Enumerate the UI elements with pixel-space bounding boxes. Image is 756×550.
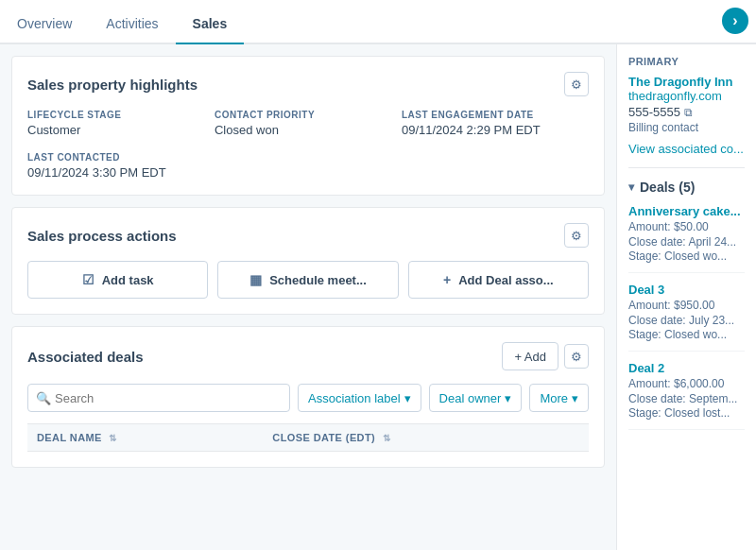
tab-bar: Overview Activities Sales › [0,0,756,44]
add-deal-button[interactable]: + Add Deal asso... [408,261,589,299]
sales-actions-card: Sales process actions ⚙ ☑ Add task ▦ Sch… [11,207,605,315]
more-filter[interactable]: More ▾ [529,384,589,412]
add-task-button[interactable]: ☑ Add task [27,261,208,299]
collapse-icon: ▾ [628,180,634,194]
company-name[interactable]: The Dragonfly Inn [628,75,745,89]
right-panel: Primary The Dragonfly Inn thedragonfly.c… [616,44,756,550]
deal-2-name[interactable]: Deal 3 [628,283,745,297]
deal-1-amount: Amount: $50.00 [628,220,745,233]
company-phone: 555-5555 ⧉ [628,105,745,119]
deal-item-2: Deal 3 Amount: $950.00 Close date: July … [628,283,745,352]
deals-section-toggle[interactable]: ▾ Deals (5) [628,180,695,195]
company-url[interactable]: thedragonfly.com [628,89,745,103]
view-associated-link[interactable]: View associated co... [628,142,745,156]
deal-3-name[interactable]: Deal 2 [628,361,745,375]
contact-priority-label: CONTACT PRIORITY [215,110,392,120]
search-input[interactable] [55,391,282,405]
deal-2-amount: Amount: $950.00 [628,299,745,312]
association-label-text: Association label [308,391,401,405]
more-filter-text: More [540,391,568,405]
actions-gear-button[interactable]: ⚙ [564,223,589,248]
main-layout: Sales property highlights ⚙ LIFECYCLE ST… [0,44,756,550]
deal-owner-text: Deal owner [439,391,502,405]
associated-deals-card: Associated deals + Add ⚙ 🔍 Association l… [11,326,605,468]
calendar-icon: ▦ [249,272,262,287]
copy-icon[interactable]: ⧉ [684,106,693,119]
card-header: Sales property highlights ⚙ [27,72,589,96]
deal-1-stage: Stage: Closed wo... [628,249,745,263]
left-panel: Sales property highlights ⚙ LIFECYCLE ST… [0,44,616,550]
corner-icon: › [722,8,748,34]
sales-actions-title: Sales process actions [27,228,177,244]
close-date-column-header[interactable]: CLOSE DATE (EDT) ⇅ [263,424,589,452]
deals-list: Anniversary cake... Amount: $50.00 Close… [628,204,745,430]
phone-number: 555-5555 [628,105,680,119]
deals-table: DEAL NAME ⇅ CLOSE DATE (EDT) ⇅ [27,423,589,452]
deal-owner-filter[interactable]: Deal owner ▾ [429,384,523,412]
lifecycle-stage-label: LIFECYCLE STAGE [27,110,205,120]
deal-2-close-date: Close date: July 23... [628,314,745,327]
deal-3-stage: Stage: Closed lost... [628,406,745,420]
deals-section-title-text: Deals (5) [640,180,695,195]
add-deal-association-button[interactable]: + Add [502,342,558,370]
last-contacted-value: 09/11/2024 3:30 PM EDT [27,165,205,180]
schedule-meeting-label: Schedule meet... [269,273,367,287]
section-divider [628,167,745,168]
property-grid: LIFECYCLE STAGE Customer CONTACT PRIORIT… [27,110,589,180]
associated-deals-title: Associated deals [27,349,144,365]
association-label-filter[interactable]: Association label ▾ [298,384,421,412]
deal-3-close-date: Close date: Septem... [628,392,745,405]
actions-card-header: Sales process actions ⚙ [27,223,589,248]
deals-card-header: Associated deals + Add ⚙ [27,342,589,370]
deal-3-amount: Amount: $6,000.00 [628,377,745,390]
schedule-meeting-button[interactable]: ▦ Schedule meet... [217,261,398,299]
lifecycle-stage-value: Customer [27,123,205,137]
last-contacted-label: LAST CONTACTED [27,152,205,163]
add-deal-label: Add Deal asso... [458,273,553,287]
property-lifecycle-stage: LIFECYCLE STAGE Customer [27,110,215,137]
last-engagement-label: LAST ENGAGEMENT DATE [402,110,579,120]
deal-name-column-header[interactable]: DEAL NAME ⇅ [27,424,263,452]
close-date-sort-icon: ⇅ [383,433,390,443]
deals-toolbar: 🔍 Association label ▾ Deal owner ▾ More … [27,384,589,412]
tab-overview[interactable]: Overview [0,7,89,44]
more-filter-chevron: ▾ [572,391,578,405]
primary-label: Primary [628,56,745,67]
deal-2-stage: Stage: Closed wo... [628,328,745,341]
deal-name-header-label: DEAL NAME [37,432,102,443]
highlights-gear-button[interactable]: ⚙ [564,72,589,96]
deal-item-3: Deal 2 Amount: $6,000.00 Close date: Sep… [628,361,745,430]
property-contact-priority: CONTACT PRIORITY Closed won [215,110,402,137]
property-last-contacted: LAST CONTACTED 09/11/2024 3:30 PM EDT [27,152,215,180]
deal-item-1: Anniversary cake... Amount: $50.00 Close… [628,204,745,273]
deals-gear-button[interactable]: ⚙ [564,344,589,369]
table-header-row: DEAL NAME ⇅ CLOSE DATE (EDT) ⇅ [27,424,589,452]
property-last-engagement: LAST ENGAGEMENT DATE 09/11/2024 2:29 PM … [402,110,589,137]
deals-section-header: ▾ Deals (5) [628,180,745,195]
last-engagement-value: 09/11/2024 2:29 PM EDT [402,123,579,137]
deal-1-name[interactable]: Anniversary cake... [628,204,745,218]
task-icon: ☑ [82,272,94,287]
search-icon: 🔍 [36,391,51,405]
add-deal-association-label: + Add [514,350,546,364]
tab-activities[interactable]: Activities [89,7,175,44]
deal-owner-chevron: ▾ [505,391,511,405]
close-date-header-label: CLOSE DATE (EDT) [272,432,375,443]
add-task-label: Add task [102,273,154,287]
billing-contact: Billing contact [628,121,745,134]
sales-highlights-card: Sales property highlights ⚙ LIFECYCLE ST… [11,56,605,196]
association-label-chevron: ▾ [404,391,411,405]
tab-sales[interactable]: Sales [176,7,245,44]
deal-name-sort-icon: ⇅ [109,433,116,443]
plus-icon: + [443,272,451,287]
action-buttons-group: ☑ Add task ▦ Schedule meet... + Add Deal… [27,261,589,299]
sales-highlights-title: Sales property highlights [27,77,198,93]
deals-search-box[interactable]: 🔍 [27,384,290,412]
contact-priority-value: Closed won [215,123,392,137]
deal-1-close-date: Close date: April 24... [628,235,745,249]
